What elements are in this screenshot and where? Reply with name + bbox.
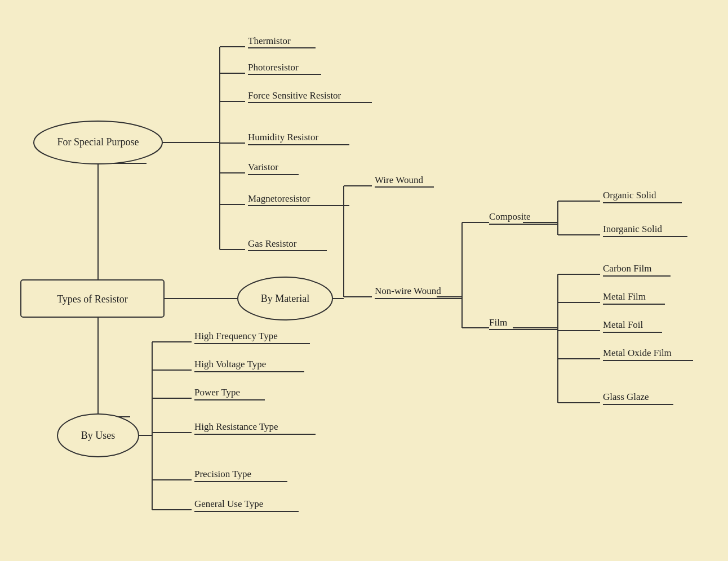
high-frequency-label: High Frequency Type: [194, 331, 278, 341]
by-material-node-label: By Material: [261, 293, 309, 304]
composite-label: Composite: [489, 211, 531, 222]
high-resistance-label: High Resistance Type: [194, 421, 278, 432]
general-use-label: General Use Type: [194, 498, 263, 509]
force-sensitive-label: Force Sensitive Resistor: [248, 90, 341, 101]
root-node-label: Types of Resistor: [57, 293, 128, 305]
organic-solid-label: Organic Solid: [603, 190, 656, 201]
precision-type-label: Precision Type: [194, 469, 251, 479]
mind-map-diagram: Types of Resistor For Special Purpose By…: [0, 0, 728, 561]
magnetoresistor-label: Magnetoresistor: [248, 193, 310, 204]
inorganic-solid-label: Inorganic Solid: [603, 224, 662, 234]
metal-oxide-film-label: Metal Oxide Film: [603, 348, 672, 358]
varistor-label: Varistor: [248, 162, 278, 172]
gas-resistor-label: Gas Resistor: [248, 238, 297, 249]
high-voltage-label: High Voltage Type: [194, 359, 266, 369]
special-purpose-node-label: For Special Purpose: [57, 136, 139, 148]
power-type-label: Power Type: [194, 387, 240, 398]
glass-glaze-label: Glass Glaze: [603, 391, 649, 402]
non-wire-wound-label: Non-wire Wound: [375, 286, 441, 296]
metal-film-label: Metal Film: [603, 291, 646, 302]
carbon-film-label: Carbon Film: [603, 263, 651, 274]
metal-foil-label: Metal Foil: [603, 319, 643, 330]
photoresistor-label: Photoresistor: [248, 62, 299, 73]
thermistor-label: Thermistor: [248, 35, 291, 46]
film-label: Film: [489, 317, 507, 328]
wire-wound-label: Wire Wound: [375, 175, 423, 185]
humidity-label: Humidity Resistor: [248, 132, 318, 143]
by-uses-node-label: By Uses: [81, 430, 116, 441]
